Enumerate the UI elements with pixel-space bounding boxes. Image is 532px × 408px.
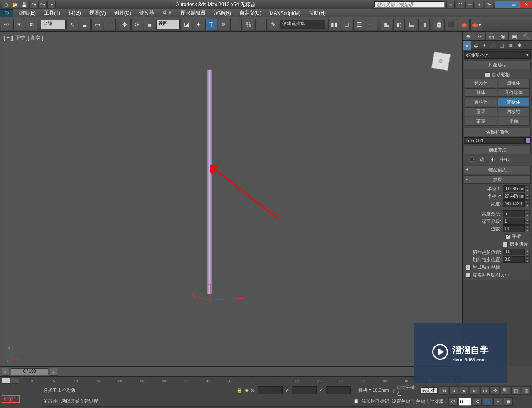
- nav-fov-icon[interactable]: ◫: [511, 386, 520, 395]
- goto-end-icon[interactable]: ⏭: [480, 386, 490, 395]
- scale-icon[interactable]: ▣: [144, 19, 155, 30]
- link-icon[interactable]: ⚯: [1, 19, 12, 30]
- menu-customize[interactable]: 自定义(U): [235, 9, 266, 17]
- curve-editor-icon[interactable]: 〰: [366, 19, 377, 30]
- save-icon[interactable]: 💾: [20, 1, 28, 8]
- app-menu-icon[interactable]: Ⓖ: [0, 9, 13, 17]
- y-field[interactable]: [292, 386, 317, 394]
- genmap-checkbox[interactable]: ✓: [466, 265, 471, 270]
- realworld-checkbox[interactable]: [466, 273, 471, 278]
- render-setup-icon[interactable]: ▤: [406, 19, 417, 30]
- angle-snap-icon[interactable]: 3ᵃ: [218, 19, 229, 30]
- prim-cone-button[interactable]: 圆锥体: [498, 79, 530, 87]
- trackbar[interactable]: 0 5 10 15 20 25 30 35 40 45 50 55 60 65 …: [0, 376, 462, 385]
- sides-spinner[interactable]: 18▴▾: [503, 225, 530, 232]
- rollout-object-type[interactable]: -对象类型: [464, 61, 531, 69]
- help-icon[interactable]: ?▾: [485, 1, 493, 8]
- rollout-name-color[interactable]: -名称和颜色: [464, 128, 531, 136]
- time-slider[interactable]: < 0 / 100 >: [0, 366, 462, 376]
- slicefrom-spinner[interactable]: 0.0▴▾: [503, 249, 530, 255]
- prim-geosphere-button[interactable]: 几何球体: [498, 88, 530, 97]
- render-iter-icon[interactable]: ⬛: [446, 19, 457, 30]
- nav-maxtoggle-icon[interactable]: ▣: [504, 397, 513, 406]
- trackbar-keys-icon[interactable]: [11, 378, 19, 384]
- menu-views[interactable]: 视图(V): [85, 9, 110, 17]
- prim-teapot-button[interactable]: 茶壶: [465, 117, 497, 126]
- heightseg-spinner[interactable]: 5▴▾: [503, 210, 530, 217]
- new-icon[interactable]: ▢: [2, 1, 10, 8]
- autogrid-checkbox[interactable]: 自动栅格: [465, 71, 530, 79]
- menu-modifiers[interactable]: 修改器: [135, 9, 158, 17]
- radius1-spinner[interactable]: 34.698mm▴▾: [503, 185, 530, 192]
- prim-pyramid-button[interactable]: 四棱锥: [498, 107, 530, 116]
- keyfilter-combo[interactable]: 关键点过滤器...: [416, 398, 447, 405]
- trackbar-toggle-icon[interactable]: [2, 378, 10, 384]
- slice-on-checkbox[interactable]: [503, 242, 508, 247]
- addtime-label[interactable]: 添加时间标记: [362, 398, 389, 404]
- tab-create-icon[interactable]: ✸: [463, 32, 474, 41]
- key-icon[interactable]: ⚷: [392, 388, 395, 393]
- prim-cylinder-button[interactable]: 圆柱体: [465, 98, 497, 106]
- subtab-shapes-icon[interactable]: ◒: [471, 41, 480, 50]
- capseg-spinner[interactable]: 1▴▾: [503, 218, 530, 225]
- star-icon[interactable]: ✦: [475, 1, 483, 8]
- tab-motion-icon[interactable]: ◉: [497, 32, 509, 41]
- subtab-systems-icon[interactable]: ✱: [515, 41, 524, 50]
- menu-maxscript[interactable]: MAXScript(M): [266, 10, 305, 17]
- nav-dolly-icon[interactable]: ↔: [493, 397, 502, 406]
- snap-a-icon[interactable]: ⌒: [230, 19, 242, 30]
- tab-utilities-icon[interactable]: 🔨: [520, 32, 532, 41]
- percent-snap-icon[interactable]: %: [243, 19, 254, 30]
- viewport-label[interactable]: [ + ][ 正交 ][ 真实 ]: [4, 35, 43, 42]
- redo-icon[interactable]: ↷▾: [38, 1, 47, 8]
- prim-sphere-button[interactable]: 球体: [465, 88, 497, 97]
- material-editor-icon[interactable]: ◐: [393, 19, 405, 30]
- window-crossing-icon[interactable]: ◫: [104, 19, 116, 30]
- viewcube-face[interactable]: 前: [431, 52, 451, 71]
- edit-named-sel-icon[interactable]: ✎: [268, 19, 279, 30]
- selection-filter-combo[interactable]: 全部: [41, 20, 66, 29]
- z-field[interactable]: [326, 386, 351, 394]
- render-fb-icon[interactable]: ▥: [418, 19, 430, 30]
- nav-zoomall-icon[interactable]: ▦: [522, 386, 531, 395]
- spinner-snap-icon[interactable]: ⌒: [255, 19, 267, 30]
- select-name-icon[interactable]: ≣: [79, 19, 91, 30]
- nav-walk-icon[interactable]: 👣: [483, 397, 492, 406]
- move-icon[interactable]: ✥: [119, 19, 131, 30]
- tab-modify-icon[interactable]: 〰: [474, 32, 486, 41]
- setkey-button[interactable]: 设置关键点: [392, 398, 415, 405]
- object-name-input[interactable]: [464, 137, 525, 144]
- smooth-checkbox[interactable]: ✓: [505, 234, 510, 239]
- prim-box-button[interactable]: 长方体: [465, 79, 497, 87]
- radio-edge[interactable]: [469, 157, 474, 162]
- tab-hierarchy-icon[interactable]: 品: [486, 32, 498, 41]
- schematic-icon[interactable]: ▦: [381, 19, 392, 30]
- subtab-lights-icon[interactable]: ✦: [480, 41, 489, 50]
- ref-coord-combo[interactable]: 视图: [156, 20, 180, 29]
- close-button[interactable]: ✕: [520, 1, 532, 8]
- timeslider-next-icon[interactable]: >: [50, 368, 57, 376]
- pivot-icon[interactable]: ◪: [180, 19, 192, 30]
- named-selset-combo[interactable]: 创建选择集: [280, 20, 325, 29]
- rollout-parameters[interactable]: -参数: [464, 175, 531, 184]
- subtab-geometry-icon[interactable]: ●: [463, 41, 471, 50]
- timeconfig-icon[interactable]: ⏱: [448, 397, 458, 406]
- undo-icon[interactable]: ↶▾: [29, 1, 37, 8]
- radius2-spinner[interactable]: 27.447mm▴▾: [503, 193, 530, 200]
- viewcube[interactable]: 前: [429, 49, 453, 74]
- snap-toggle-icon[interactable]: ⌶: [205, 19, 217, 30]
- subtab-spacewarps-icon[interactable]: ≋: [506, 41, 515, 50]
- help-search-input[interactable]: [374, 1, 445, 8]
- goto-start-icon[interactable]: ⏮: [439, 386, 448, 395]
- render-prod-icon[interactable]: 🍵: [433, 19, 445, 30]
- layers-icon[interactable]: ☰: [353, 19, 365, 30]
- render-last-icon[interactable]: 🫖▾: [470, 19, 482, 30]
- timeslider-thumb[interactable]: 0 / 100: [11, 368, 48, 375]
- nav-pan-icon[interactable]: ✥: [491, 386, 500, 395]
- prim-tube-button[interactable]: 管状体: [498, 98, 530, 106]
- select-region-rect-icon[interactable]: ▭: [91, 19, 103, 30]
- category-combo[interactable]: 标准基本体▾: [464, 51, 531, 59]
- manip-icon[interactable]: ✦: [193, 19, 204, 30]
- fav-icon[interactable]: ☆: [446, 1, 455, 8]
- render-icon[interactable]: 🫖: [458, 19, 470, 30]
